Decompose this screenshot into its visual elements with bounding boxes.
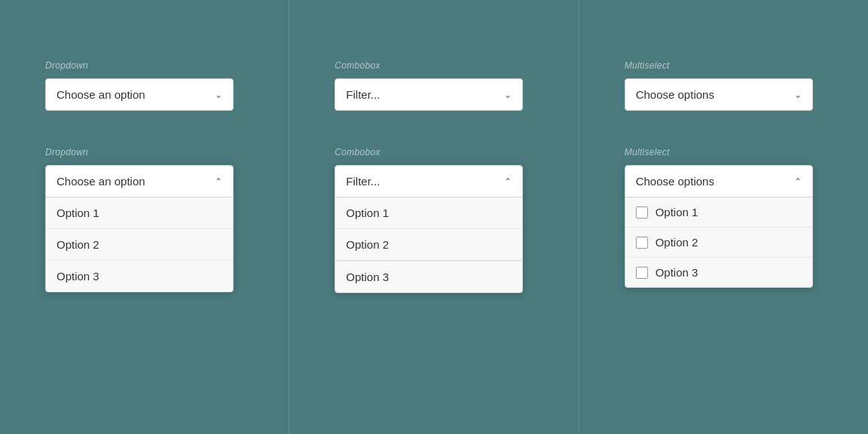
multiselect-panel: Multiselect Choose options ⌄ Multiselect… (579, 0, 868, 434)
multiselect-label-closed: Multiselect (625, 60, 823, 71)
chevron-up-icon-3: ⌃ (794, 176, 802, 187)
dropdown-open-trigger[interactable]: Choose an option ⌃ (46, 166, 233, 197)
combobox-label-open: Combobox (335, 147, 533, 157)
multiselect-options-list: Option 1 Option 2 Option 3 (625, 197, 812, 287)
multiselect-option-2-label: Option 2 (656, 236, 698, 249)
combobox-open-trigger[interactable]: Filter... ⌃ (335, 166, 522, 197)
checkbox-option-3 (636, 267, 648, 279)
multiselect-open-trigger-text: Choose options (636, 175, 714, 188)
combobox-panel: Combobox Filter... ⌄ Combobox Filter... … (289, 0, 578, 434)
combobox-option-3[interactable]: Option 3 (335, 261, 522, 292)
combobox-label-closed: Combobox (335, 60, 533, 71)
dropdown-closed-group: Dropdown Choose an option ⌄ (45, 60, 243, 111)
checkbox-option-2 (636, 237, 648, 249)
dropdown-option-3[interactable]: Option 3 (46, 261, 233, 292)
dropdown-options-list: Option 1 Option 2 Option 3 (46, 197, 233, 292)
dropdown-option-2[interactable]: Option 2 (46, 229, 233, 261)
checkbox-option-1 (636, 206, 648, 219)
combobox-option-1[interactable]: Option 1 (335, 197, 522, 229)
combobox-option-2[interactable]: Option 2 (335, 229, 522, 261)
multiselect-trigger-closed[interactable]: Choose options ⌄ (625, 78, 813, 111)
combobox-open-trigger-text: Filter... (346, 175, 380, 188)
dropdown-open-trigger-text: Choose an option (57, 175, 145, 188)
multiselect-open-container: Choose options ⌃ Option 1 Option 2 Optio… (625, 165, 813, 288)
multiselect-open-group: Multiselect Choose options ⌃ Option 1 Op… (625, 147, 823, 288)
dropdown-open-container: Choose an option ⌃ Option 1 Option 2 Opt… (45, 165, 234, 292)
chevron-down-icon: ⌄ (215, 90, 222, 100)
multiselect-option-1-label: Option 1 (656, 206, 698, 219)
combobox-trigger-text: Filter... (346, 88, 380, 101)
multiselect-option-1[interactable]: Option 1 (625, 197, 812, 228)
multiselect-open-trigger[interactable]: Choose options ⌃ (625, 166, 812, 197)
combobox-open-group: Combobox Filter... ⌃ Option 1 Option 2 O… (335, 147, 533, 293)
chevron-up-icon-2: ⌃ (504, 176, 512, 187)
combobox-options-list: Option 1 Option 2 Option 3 (335, 197, 522, 292)
dropdown-trigger-text: Choose an option (57, 88, 145, 101)
combobox-closed-group: Combobox Filter... ⌄ (335, 60, 533, 111)
combobox-open-container: Filter... ⌃ Option 1 Option 2 Option 3 (335, 165, 523, 293)
chevron-down-icon-3: ⌄ (794, 90, 802, 100)
multiselect-trigger-text: Choose options (636, 88, 714, 101)
multiselect-closed-group: Multiselect Choose options ⌄ (625, 60, 823, 111)
dropdown-open-group: Dropdown Choose an option ⌃ Option 1 Opt… (45, 147, 243, 292)
chevron-up-icon: ⌃ (215, 176, 222, 187)
multiselect-label-open: Multiselect (625, 147, 823, 157)
multiselect-option-3[interactable]: Option 3 (625, 258, 812, 287)
dropdown-option-1[interactable]: Option 1 (46, 197, 233, 229)
dropdown-label-closed: Dropdown (45, 60, 243, 71)
combobox-trigger-closed[interactable]: Filter... ⌄ (335, 78, 523, 111)
dropdown-trigger-closed[interactable]: Choose an option ⌄ (45, 78, 234, 111)
multiselect-option-3-label: Option 3 (656, 266, 698, 279)
multiselect-option-2[interactable]: Option 2 (625, 228, 812, 258)
dropdown-panel: Dropdown Choose an option ⌄ Dropdown Cho… (0, 0, 289, 434)
dropdown-label-open: Dropdown (45, 147, 243, 157)
chevron-down-icon-2: ⌄ (504, 90, 512, 100)
